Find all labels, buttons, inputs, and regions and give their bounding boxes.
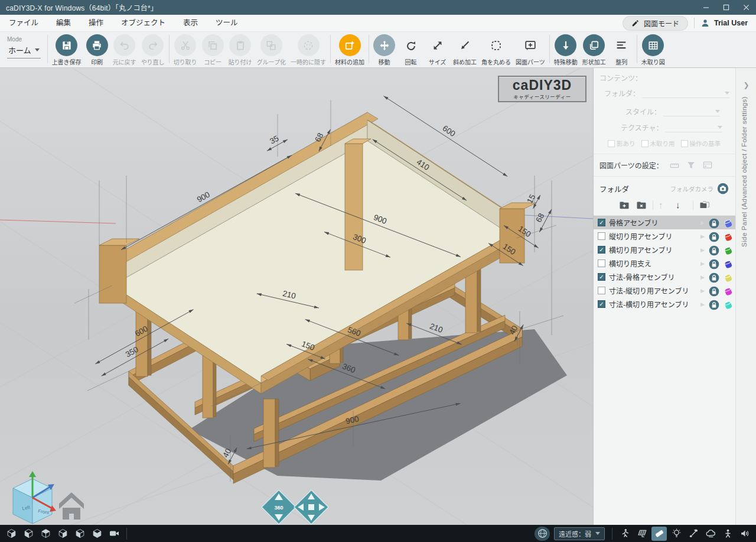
menu-item-4[interactable]: 表示	[174, 19, 207, 27]
folder-visibility-checkbox[interactable]	[598, 287, 605, 294]
lock-icon[interactable]	[708, 285, 719, 296]
lock-icon[interactable]	[708, 299, 719, 310]
posture-toggle-button[interactable]	[720, 527, 735, 541]
menu-item-5[interactable]: ツール	[207, 19, 247, 27]
delete-folder-button[interactable]	[636, 199, 647, 211]
folder-name: 寸法-縦切り用アセンブリ	[609, 285, 697, 296]
menu-item-0[interactable]: ファイル	[0, 19, 47, 27]
toolbar-print-button[interactable]: 印刷	[84, 32, 110, 66]
folder-row[interactable]: ✓寸法-横切り用アセンブリ▶	[594, 297, 735, 311]
toolbar-drawing-parts-button[interactable]: 図面パーツ	[513, 32, 548, 66]
move-folder-up-button[interactable]: ↑	[659, 199, 670, 211]
home-view-button[interactable]	[59, 492, 84, 520]
speaker-toggle-button[interactable]	[737, 527, 752, 541]
maximize-button[interactable]	[716, 0, 736, 15]
nav-cube[interactable]: Left Front	[13, 471, 56, 524]
drawing-mode-label: 図面モード	[644, 18, 679, 28]
lock-icon[interactable]	[708, 231, 719, 242]
connector-toggle-button[interactable]	[686, 527, 701, 541]
cloud-toggle-button[interactable]	[703, 527, 718, 541]
minimize-button[interactable]	[696, 0, 716, 15]
camera-view-button[interactable]	[106, 527, 122, 541]
drawing-parts-icon	[519, 34, 541, 56]
side-panel: コンテンツ： フォルダ： スタイル： テクスチャ： 影あり木取り用操作の基準 図…	[593, 68, 735, 525]
folder-view-toggle-button[interactable]	[699, 199, 711, 211]
close-button[interactable]	[736, 0, 756, 15]
menu-item-3[interactable]: オブジェクト	[112, 19, 174, 27]
expand-icon[interactable]: ▶	[700, 220, 705, 226]
globe-button[interactable]	[535, 527, 550, 541]
folder-row[interactable]: 横切り用支え▶	[594, 257, 735, 270]
folder-color-icon[interactable]	[722, 285, 733, 296]
toolbar-special-move-button[interactable]: 特殊移動	[552, 32, 580, 66]
toolbar-align-button[interactable]: 整列	[608, 32, 635, 66]
perspective-select[interactable]: 遠近感：弱	[554, 527, 605, 540]
folder-visibility-checkbox[interactable]: ✓	[598, 273, 605, 281]
mode-select[interactable]: Mode ホーム	[0, 32, 45, 59]
bulb-toggle-button[interactable]	[669, 527, 684, 541]
menu-item-1[interactable]: 編集	[47, 19, 80, 27]
add-folder-button[interactable]	[618, 199, 630, 211]
expand-icon[interactable]: ▶	[700, 247, 705, 253]
toolbar-shape-edit-button[interactable]: 形状加工	[580, 32, 608, 66]
drawing-mode-button[interactable]: 図面モード	[623, 16, 688, 31]
logo-title: caDIY3D	[513, 79, 572, 92]
folder-visibility-checkbox[interactable]	[598, 232, 605, 240]
lock-icon[interactable]	[708, 272, 719, 283]
pan-view-control[interactable]	[294, 490, 328, 524]
folder-color-icon[interactable]	[722, 245, 733, 255]
toolbar-move-button[interactable]: 移動	[371, 32, 397, 66]
expand-icon[interactable]: ▶	[700, 301, 705, 307]
folder-color-icon[interactable]	[722, 272, 733, 283]
view-right-button[interactable]	[55, 527, 70, 541]
view-bottom-button[interactable]	[89, 527, 105, 541]
folder-camera-button[interactable]	[716, 182, 729, 195]
view-top-button[interactable]	[38, 527, 53, 541]
folder-color-icon[interactable]	[722, 218, 733, 228]
side-panel-tab[interactable]: ❯ Side Panel (Advanced object / Folder s…	[735, 68, 756, 525]
expand-icon[interactable]: ▶	[700, 233, 705, 239]
toolbar-button-label: 形状加工	[582, 57, 606, 66]
folder-select-label: フォルダ：	[604, 88, 640, 98]
folder-visibility-checkbox[interactable]: ✓	[598, 219, 605, 226]
eraser-toggle-button[interactable]	[651, 527, 667, 541]
expand-icon[interactable]: ▶	[700, 274, 705, 280]
toolbar-bevel-button[interactable]: 斜め加工	[451, 32, 479, 66]
dimension-style-icon	[669, 160, 680, 171]
view-left-button[interactable]	[21, 527, 36, 541]
toolbar-button-label: 木取り図	[641, 57, 665, 66]
folder-row[interactable]: 寸法-縦切り用アセンブリ▶	[594, 284, 735, 297]
toolbar-add-material-button[interactable]: 材料の追加	[333, 32, 367, 66]
lock-icon[interactable]	[708, 258, 719, 269]
folder-color-icon[interactable]	[722, 231, 733, 242]
folder-row[interactable]: ✓寸法-骨格アセンブリ▶	[594, 270, 735, 284]
folder-row[interactable]: ✓骨格アセンブリ▶	[594, 216, 735, 229]
user-button[interactable]: Trial User	[700, 18, 748, 28]
toolbar-round-corner-button[interactable]: 角を丸める	[479, 32, 513, 66]
panel-toggle-button[interactable]	[634, 527, 650, 541]
rotate-view-control[interactable]: 360	[262, 490, 296, 524]
toolbar-size-button[interactable]: サイズ	[424, 32, 451, 66]
viewport-3d-canvas[interactable]: 9006004103568900300210156815015040210560…	[0, 68, 593, 525]
folder-color-icon[interactable]	[722, 299, 733, 310]
move-icon	[373, 34, 395, 56]
folder-row[interactable]: 縦切り用アセンブリ▶	[594, 229, 735, 243]
walker-toggle-button[interactable]	[617, 527, 633, 541]
lock-icon[interactable]	[708, 245, 719, 255]
expand-icon[interactable]: ▶	[700, 261, 705, 267]
folder-visibility-checkbox[interactable]: ✓	[598, 300, 605, 308]
menu-item-2[interactable]: 操作	[80, 19, 112, 27]
folder-visibility-checkbox[interactable]	[598, 259, 605, 267]
expand-icon[interactable]: ▶	[700, 288, 705, 294]
lock-icon[interactable]	[708, 218, 719, 228]
move-folder-down-button[interactable]: ↓	[676, 199, 687, 211]
folder-color-icon[interactable]	[722, 258, 733, 269]
view-back-button[interactable]	[72, 527, 87, 541]
folder-row[interactable]: ✓横切り用アセンブリ▶	[594, 243, 735, 257]
filter-icon	[685, 160, 696, 171]
toolbar-save-button[interactable]: 上書き保存	[50, 32, 84, 66]
toolbar-rotate-button[interactable]: 回転	[397, 32, 424, 66]
view-front-button[interactable]	[4, 527, 19, 541]
toolbar-cutting-diagram-button[interactable]: 木取り図	[639, 32, 667, 66]
folder-visibility-checkbox[interactable]: ✓	[598, 246, 605, 254]
